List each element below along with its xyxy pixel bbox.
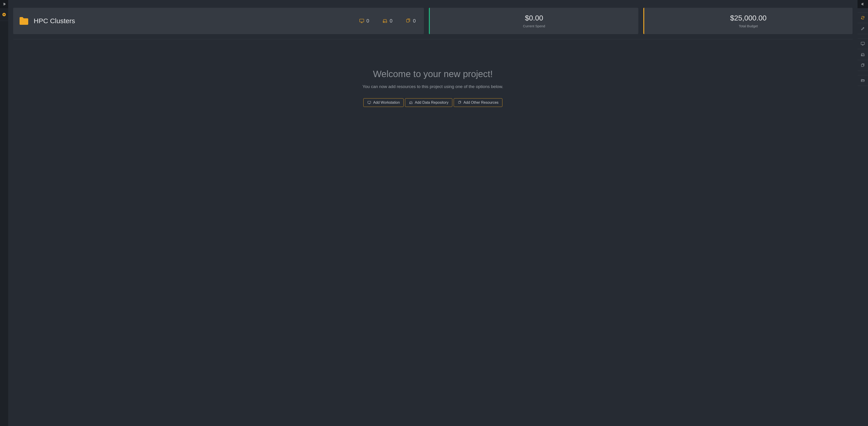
plus-circle-icon bbox=[2, 12, 6, 17]
storage-icon bbox=[861, 53, 865, 57]
chevron-double-left-icon bbox=[861, 2, 864, 6]
total-budget-card: $25,000.00 Total Budget bbox=[643, 8, 852, 34]
add-other-label: Add Other Resources bbox=[463, 101, 499, 105]
other-resources-tool[interactable] bbox=[858, 60, 868, 71]
copy-icon bbox=[861, 63, 865, 68]
storage-icon bbox=[382, 19, 388, 24]
add-project-button[interactable] bbox=[0, 8, 8, 21]
add-workstation-button[interactable]: Add Workstation bbox=[363, 98, 404, 107]
svg-point-3 bbox=[383, 22, 384, 22]
expand-left-sidebar-button[interactable] bbox=[0, 0, 8, 8]
project-name: HPC Clusters bbox=[34, 17, 75, 25]
svg-rect-8 bbox=[459, 101, 460, 103]
storage-icon bbox=[409, 101, 413, 104]
chevron-double-right-icon bbox=[2, 2, 6, 6]
other-count-value: 0 bbox=[413, 18, 416, 24]
workstations-tool[interactable] bbox=[858, 38, 868, 49]
project-title-wrap: HPC Clusters bbox=[19, 17, 75, 25]
add-data-repository-button[interactable]: Add Data Repository bbox=[405, 98, 452, 107]
add-resource-buttons: Add Workstation Add Data Repository Add … bbox=[363, 98, 502, 107]
folder-icon bbox=[19, 17, 29, 25]
welcome-heading: Welcome to your new project! bbox=[373, 69, 493, 79]
total-budget-label: Total Budget bbox=[739, 24, 758, 28]
refresh-icon bbox=[861, 16, 865, 20]
pencil-icon bbox=[861, 27, 865, 31]
current-spend-card: $0.00 Current Spend bbox=[429, 8, 638, 34]
total-budget-value: $25,000.00 bbox=[730, 14, 767, 22]
refresh-button[interactable] bbox=[858, 12, 868, 23]
svg-rect-5 bbox=[368, 101, 371, 103]
svg-rect-4 bbox=[407, 19, 409, 22]
svg-rect-12 bbox=[861, 64, 863, 67]
add-data-repo-label: Add Data Repository bbox=[415, 101, 448, 105]
collapse-right-sidebar-button[interactable] bbox=[858, 0, 868, 8]
other-resources-count: 0 bbox=[405, 18, 416, 24]
main-content: HPC Clusters 0 0 bbox=[8, 0, 858, 426]
header-cards-row: HPC Clusters 0 0 bbox=[13, 8, 852, 34]
edit-button[interactable] bbox=[858, 23, 868, 34]
resource-counts: 0 0 0 bbox=[359, 18, 416, 24]
workstation-count: 0 bbox=[359, 18, 369, 24]
current-spend-label: Current Spend bbox=[523, 24, 545, 28]
empty-state: Welcome to your new project! You can now… bbox=[13, 39, 852, 426]
monitor-icon bbox=[861, 42, 865, 46]
monitor-icon bbox=[367, 101, 371, 104]
left-sidebar bbox=[0, 0, 8, 426]
folder-open-icon bbox=[861, 78, 865, 83]
storage-count-value: 0 bbox=[390, 18, 393, 24]
svg-rect-9 bbox=[861, 42, 865, 44]
current-spend-value: $0.00 bbox=[525, 14, 543, 22]
workstation-count-value: 0 bbox=[367, 18, 369, 24]
storage-count: 0 bbox=[382, 18, 393, 24]
monitor-icon bbox=[359, 19, 365, 24]
right-sidebar bbox=[858, 0, 868, 426]
add-other-resources-button[interactable]: Add Other Resources bbox=[454, 98, 502, 107]
project-header-card: HPC Clusters 0 0 bbox=[13, 8, 424, 34]
copy-icon bbox=[405, 19, 411, 24]
files-tool[interactable] bbox=[858, 75, 868, 86]
storage-tool[interactable] bbox=[858, 49, 868, 60]
copy-icon bbox=[458, 101, 462, 104]
svg-rect-1 bbox=[360, 19, 364, 22]
welcome-subtitle: You can now add resources to this projec… bbox=[363, 84, 503, 89]
add-workstation-label: Add Workstation bbox=[373, 101, 400, 105]
